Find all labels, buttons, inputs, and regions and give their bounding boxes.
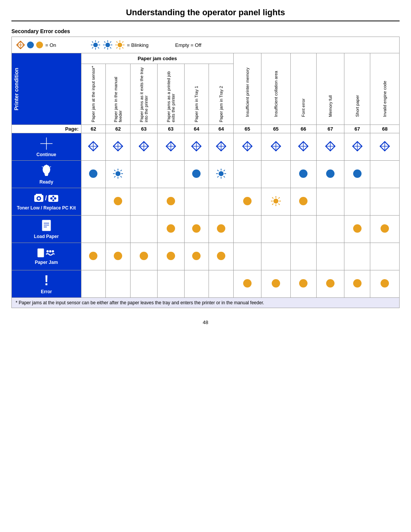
error-cell-6 [209,270,234,298]
col-4-header: Paper jams as a printed job exits the pr… [157,64,184,125]
diamond-cell-icon [325,141,336,152]
diamond-cell-icon [298,141,309,152]
load-paper-icon-cell: Load Paper [12,216,81,243]
legend-sun-orange-icon [115,40,125,50]
circle-orange-indicator [353,279,362,288]
circle-orange-indicator [381,224,389,233]
diamond-cell-icon [271,141,281,152]
page-numbers-row: Page: 62 62 63 63 64 64 65 65 66 67 67 6… [12,125,400,133]
col-2-header: Paper jam in the manual feeder [106,64,131,125]
circle-blue-indicator [326,169,335,178]
paper-jam-cell-4 [157,243,184,270]
circle-orange-indicator [299,197,307,205]
page-10: 67 [316,125,344,133]
ready-bulb-icon [41,164,52,178]
paper-jam-cell-10 [316,243,344,270]
circle-blue-indicator [353,169,362,178]
load-paper-cell-8 [261,216,291,243]
svg-point-58 [53,195,54,197]
legend-row: = On = Blinking Empty = Off [11,37,400,53]
row-toner: / Toner Low / Replace PC Kit [12,188,400,216]
sun-blue-indicator [216,168,226,179]
toner-icon-cell: / Toner Low / Replace PC Kit [12,188,81,216]
page-8: 65 [261,125,291,133]
col-7-header: Insufficient printer memory [234,53,261,125]
toner-cell-3 [131,188,158,216]
col-3-header: Paper jams as it exits the tray into the… [131,64,158,125]
load-paper-cell-4 [157,216,184,243]
toner-cell-10 [316,188,344,216]
circle-orange-indicator [381,279,389,288]
load-paper-label: Load Paper [34,234,59,239]
ready-cell-11 [344,161,370,188]
col-12-header: Invalid engine code [370,53,400,125]
paper-jam-cell-5 [184,243,209,270]
ready-cell-7 [234,161,261,188]
error-cell-7 [234,270,261,298]
error-cell-12 [370,270,400,298]
error-cell-3 [131,270,158,298]
svg-rect-47 [45,175,48,176]
circle-orange-indicator [89,252,97,260]
circle-orange-indicator [217,224,225,233]
load-paper-cell-1 [81,216,106,243]
diamond-cell-icon [191,141,202,152]
continue-cell-8 [261,133,291,161]
diamond-cell-icon [352,141,363,152]
continue-cell-1 [81,133,106,161]
ready-cell-4 [157,161,184,188]
error-cell-8 [261,270,291,298]
toner-cell-7 [234,188,261,216]
load-paper-cell-11 [344,216,370,243]
paper-jam-icon-area: Paper Jam [13,248,80,265]
page-5: 64 [184,125,209,133]
svg-point-59 [53,199,54,201]
diamond-cell-icon [242,141,253,152]
continue-label: Continue [37,152,56,157]
diamond-cell-icon [88,141,99,152]
toner-cell-6 [209,188,234,216]
row-continue: Continue [12,133,400,161]
diamond-cell-icon [139,141,149,152]
error-cell-9 [290,270,316,298]
continue-cell-4 [157,133,184,161]
load-paper-cell-7 [234,216,261,243]
toner-cell-11 [344,188,370,216]
continue-cell-2 [106,133,131,161]
continue-cell-12 [370,133,400,161]
legend-on: = On [16,41,56,49]
circle-orange-indicator [167,252,175,260]
row-ready: Ready [12,161,400,188]
page-1: 62 [81,125,106,133]
page-12: 68 [370,125,400,133]
error-cell-10 [316,270,344,298]
error-cell-5 [184,270,209,298]
toner-cell-1 [81,188,106,216]
section-heading: Secondary Error codes [11,28,70,34]
circle-orange-indicator [167,197,175,205]
continue-cell-9 [290,133,316,161]
paper-jam-cell-9 [290,243,316,270]
error-cell-1 [81,270,106,298]
error-cell-11 [344,270,370,298]
svg-point-67 [49,250,51,252]
paper-jam-header-row: Printer condition Paper jam codes Insuff… [12,53,400,64]
circle-orange-indicator [326,279,335,288]
paper-jam-cell-3 [131,243,158,270]
error-cell-2 [106,270,131,298]
circle-orange-indicator [140,252,148,260]
legend-off-label: Empty = Off [175,42,201,48]
ready-cell-12 [370,161,400,188]
circle-orange-indicator [243,279,252,288]
legend-circle-blue [27,42,34,48]
page-title: Understanding the operator panel lights [11,8,400,18]
continue-cell-6 [209,133,234,161]
circle-orange-indicator [243,197,252,205]
error-icon: ! [43,274,50,288]
circle-orange-indicator [167,224,175,233]
diamond-cell-icon [216,141,226,152]
col-1-header: Paper jam at the input sensor* [81,64,106,125]
continue-icon-area: Continue [13,137,80,157]
svg-rect-54 [36,194,42,195]
legend-sun-blue-icon [91,40,100,50]
